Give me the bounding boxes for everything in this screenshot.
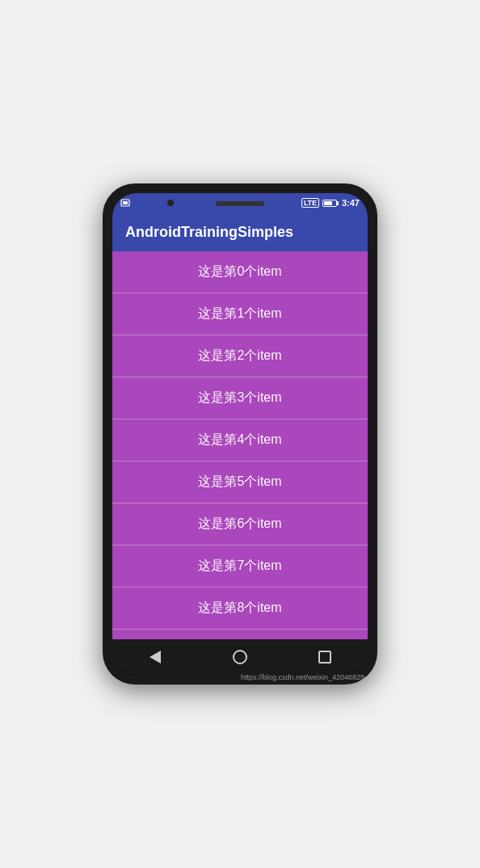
status-left xyxy=(120,199,132,207)
list-item-text: 这是第3个item xyxy=(198,390,281,407)
list-item[interactable]: 这是第3个item xyxy=(112,377,368,419)
list-item[interactable]: 这是第9个item xyxy=(112,630,368,639)
svg-rect-1 xyxy=(123,201,128,204)
back-icon xyxy=(149,651,161,664)
list-item-text: 这是第6个item xyxy=(198,516,281,533)
list-item-text: 这是第7个item xyxy=(198,558,281,575)
list-item[interactable]: 这是第4个item xyxy=(112,419,368,461)
list-item[interactable]: 这是第7个item xyxy=(112,546,368,588)
app-title: AndroidTrainingSimples xyxy=(125,224,293,241)
list-item-text: 这是第4个item xyxy=(198,432,281,449)
app-bar: AndroidTrainingSimples xyxy=(112,213,368,251)
camera xyxy=(167,200,174,206)
list-item[interactable]: 这是第0个item xyxy=(112,251,368,293)
watermark: https://blog.csdn.net/weixin_42046829 xyxy=(241,673,364,681)
battery-icon xyxy=(322,200,339,207)
speaker xyxy=(216,201,264,206)
status-time: 3:47 xyxy=(342,198,360,208)
list-item[interactable]: 这是第1个item xyxy=(112,293,368,335)
list-item-text: 这是第8个item xyxy=(198,600,281,617)
phone-screen: LTE 3:47 AndroidTrainingSimples 这是第0个ite… xyxy=(112,193,368,675)
list-item[interactable]: 这是第8个item xyxy=(112,588,368,630)
list-item-text: 这是第0个item xyxy=(198,263,281,280)
list-container[interactable]: 这是第0个item这是第1个item这是第2个item这是第3个item这是第4… xyxy=(112,251,368,639)
overview-icon xyxy=(318,651,331,664)
nav-bar xyxy=(112,639,368,675)
nav-back-button[interactable] xyxy=(142,644,168,670)
home-icon xyxy=(233,650,247,664)
status-right: LTE 3:47 xyxy=(301,198,360,208)
list-item-text: 这是第5个item xyxy=(198,474,281,491)
list-item-text: 这是第2个item xyxy=(198,348,281,364)
nav-overview-button[interactable] xyxy=(312,644,338,670)
nav-home-button[interactable] xyxy=(227,644,253,670)
list-item[interactable]: 这是第2个item xyxy=(112,335,368,377)
lte-badge: LTE xyxy=(301,198,319,208)
list-item[interactable]: 这是第5个item xyxy=(112,461,368,504)
sim-icon xyxy=(120,199,132,207)
list-item-text: 这是第1个item xyxy=(198,305,281,322)
list-item[interactable]: 这是第6个item xyxy=(112,504,368,546)
phone-frame: LTE 3:47 AndroidTrainingSimples 这是第0个ite… xyxy=(103,183,377,685)
